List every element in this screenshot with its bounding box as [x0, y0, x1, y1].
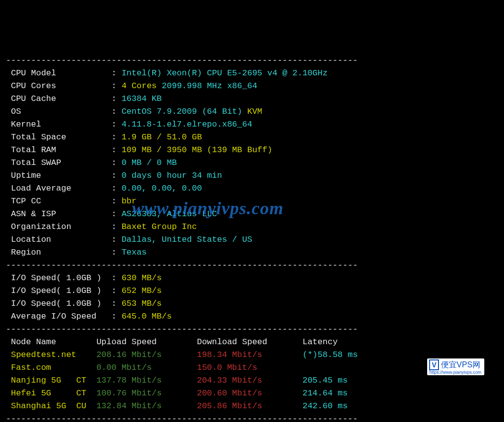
header-latency: Latency: [302, 337, 337, 347]
value-io-1: 630 MB/s: [122, 273, 162, 283]
value-io-3: 653 MB/s: [122, 299, 162, 308]
label-kernel: Kernel: [6, 120, 111, 129]
value-load-avg: 0.00, 0.00, 0.00: [122, 184, 202, 193]
value-total-space: 1.9 GB / 51.0 GB: [122, 132, 202, 142]
watermark-badge: V便宜VPS网https://www.pianyivps.com: [427, 358, 484, 375]
speed-latency: 214.64 ms: [302, 389, 348, 398]
value-cpu-cores: 4 Cores: [122, 81, 157, 91]
speed-upload: 137.78 Mbit/s: [97, 376, 197, 385]
label-region: Region: [6, 248, 111, 257]
label-cpu-cores: CPU Cores: [6, 81, 111, 91]
value-kernel: 4.11.8-1.el7.elrepo.x86_64: [122, 120, 252, 129]
speed-upload: 0.00 Mbit/s: [97, 363, 197, 372]
label-location: Location: [6, 235, 111, 244]
divider: ----------------------------------------…: [6, 56, 358, 65]
divider: ----------------------------------------…: [6, 260, 358, 270]
speed-latency: 205.45 ms: [302, 376, 348, 385]
value-cpu-freq: 2099.998 MHz x86_64: [162, 81, 257, 91]
speed-node: Speedtest.net: [11, 350, 96, 359]
divider: ----------------------------------------…: [6, 414, 358, 422]
value-io-avg: 645.0 MB/s: [122, 312, 172, 321]
label-asn-isp: ASN & ISP: [6, 209, 111, 219]
watermark-url: https://www.pianyivps.com: [429, 370, 481, 375]
label-total-space: Total Space: [6, 132, 111, 142]
label-uptime: Uptime: [6, 171, 111, 180]
value-cpu-cache: 16384 KB: [122, 94, 162, 103]
speed-download: 200.60 Mbit/s: [197, 389, 302, 398]
watermark-icon: V: [429, 359, 438, 370]
speed-download: 205.86 Mbit/s: [197, 401, 302, 411]
label-organization: Organization: [6, 222, 111, 231]
value-total-swap: 0 MB / 0 MB: [122, 158, 177, 167]
value-cpu-model: Intel(R) Xeon(R) CPU E5-2695 v4 @ 2.10GH…: [122, 68, 328, 78]
label-os: OS: [6, 107, 111, 116]
speed-download: 204.33 Mbit/s: [197, 376, 302, 385]
speed-upload: 100.76 Mbit/s: [97, 389, 197, 398]
value-location: Dallas, United States / US: [122, 235, 252, 244]
value-total-ram: 109 MB / 3950 MB (139 MB Buff): [122, 145, 272, 155]
header-download: Download Speed: [197, 337, 302, 347]
label-load-avg: Load Average: [6, 184, 111, 193]
value-os: CentOS 7.9.2009 (64 Bit): [122, 107, 242, 116]
label-io-speed: I/O Speed( 1.0GB ): [6, 273, 111, 283]
label-io-speed: I/O Speed( 1.0GB ): [6, 299, 111, 308]
value-region: Texas: [122, 248, 147, 257]
speed-download: 198.34 Mbit/s: [197, 350, 302, 359]
speed-download: 150.0 Mbit/s: [197, 363, 302, 372]
label-io-avg: Average I/O Speed: [6, 312, 111, 321]
label-total-ram: Total RAM: [6, 145, 111, 155]
speed-node: Fast.com: [11, 363, 96, 372]
label-tcp-cc: TCP CC: [6, 196, 111, 206]
label-total-swap: Total SWAP: [6, 158, 111, 167]
speed-latency: 242.60 ms: [302, 401, 348, 411]
value-io-2: 652 MB/s: [122, 286, 162, 295]
speed-node: Hefei 5G CT: [11, 389, 96, 398]
speed-node: Nanjing 5G CT: [11, 376, 96, 385]
value-organization: Baxet Group Inc: [122, 222, 197, 231]
value-virt: KVM: [247, 107, 263, 116]
value-tcp-cc: bbr: [122, 196, 137, 206]
divider: ----------------------------------------…: [6, 325, 358, 334]
label-io-speed: I/O Speed( 1.0GB ): [6, 286, 111, 295]
speed-upload: 208.16 Mbit/s: [97, 350, 197, 359]
label-cpu-model: CPU Model: [6, 68, 111, 78]
header-upload: Upload Speed: [97, 337, 197, 347]
value-uptime: 0 days 0 hour 34 min: [122, 171, 222, 180]
watermark-text: 便宜VPS网: [441, 360, 480, 369]
value-asn-isp: AS26383, Altius LLC: [122, 209, 217, 219]
label-cpu-cache: CPU Cache: [6, 94, 111, 103]
header-node: Node Name: [6, 337, 97, 347]
speed-upload: 132.84 Mbit/s: [97, 401, 197, 411]
speed-node: Shanghai 5G CU: [11, 401, 96, 411]
speed-latency: (*)58.58 ms: [302, 350, 358, 359]
